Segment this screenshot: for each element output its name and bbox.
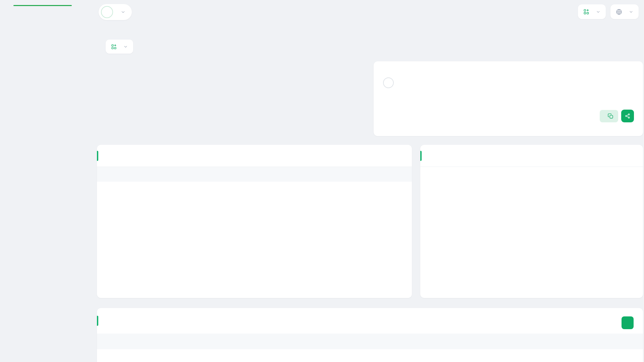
workspace-avatar <box>101 6 113 18</box>
recent-appointment-title <box>420 145 643 167</box>
language-selector[interactable] <box>610 4 639 19</box>
page-head <box>97 40 133 54</box>
recent-appointment-card <box>420 145 643 298</box>
business-link-button[interactable] <box>600 110 618 122</box>
grid-plus-icon <box>111 44 117 50</box>
chevron-down-icon <box>596 9 601 14</box>
globe-icon <box>615 8 623 15</box>
latest-appointment-title <box>97 308 643 334</box>
view-all-button[interactable] <box>622 316 634 329</box>
bookinggo-dashboard <box>0 0 644 362</box>
grid-plus-icon <box>583 8 590 15</box>
workspace-switcher[interactable] <box>99 4 132 20</box>
latest-service-title <box>97 145 412 167</box>
topbar-controls <box>578 4 639 19</box>
latest-service-header <box>97 167 412 182</box>
copy-icon <box>607 113 614 119</box>
brand-logo[interactable] <box>13 3 74 6</box>
share-button[interactable] <box>621 110 634 122</box>
latest-appointment-card <box>97 308 643 362</box>
user-avatar <box>383 77 394 88</box>
greeting-card <box>374 61 643 136</box>
chevron-down-icon <box>120 9 126 15</box>
latest-service-card <box>97 145 412 298</box>
share-icon <box>625 113 631 119</box>
chevron-down-icon <box>629 9 634 14</box>
latest-appointment-header <box>97 334 643 349</box>
business-filter-topbar[interactable] <box>578 4 606 19</box>
business-qr-code <box>592 71 626 105</box>
chevron-down-icon <box>123 44 128 49</box>
logo-underline <box>13 5 72 6</box>
business-filter-page[interactable] <box>106 40 133 54</box>
